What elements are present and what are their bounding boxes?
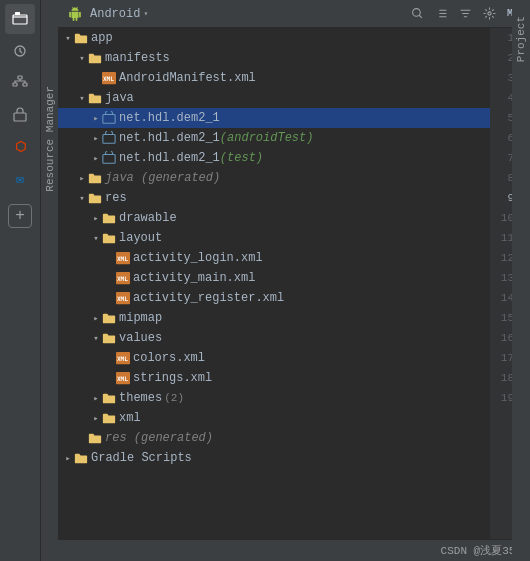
toolbar-android-icon [64,3,86,25]
tree-item-label: AndroidManifest.xml [119,71,256,85]
svg-rect-1 [15,12,20,15]
tree-item-label: drawable [119,211,177,225]
project-tab-label[interactable]: Project [512,10,530,68]
toolbar-list-icon[interactable] [430,3,452,25]
tree-item-strings[interactable]: XMLstrings.xml [58,368,490,388]
folder-icon [102,331,116,345]
tree-item-label: res [105,191,127,205]
folder-icon [102,211,116,225]
project-tab[interactable]: Project [512,0,530,561]
tree-arrow-icon [104,252,116,264]
tree-arrow-icon [76,432,88,444]
tree-item-muted: (androidTest) [220,131,314,145]
tree-item-androidmanifest[interactable]: XMLAndroidManifest.xml [58,68,490,88]
sidebar-icon-changes[interactable] [5,36,35,66]
tree-item-app[interactable]: app [58,28,490,48]
svg-text:XML: XML [103,75,114,82]
tree-item-themes[interactable]: themes (2) [58,388,490,408]
tree-arrow-icon [104,292,116,304]
folder-icon [102,391,116,405]
tree-item-res[interactable]: res [58,188,490,208]
svg-text:XML: XML [117,295,128,302]
folder-icon [102,231,116,245]
tree-arrow-icon [76,92,88,104]
tree-item-label: colors.xml [133,351,205,365]
tree-arrow-icon [90,412,102,424]
tree-item-manifests[interactable]: manifests [58,48,490,68]
tree-arrow-icon [90,212,102,224]
tree-item-label: net.hdl.dem2_1 [119,151,220,165]
tree-item-colors[interactable]: XMLcolors.xml [58,348,490,368]
tree-arrow-icon [104,352,116,364]
sidebar-icon-structure[interactable] [5,68,35,98]
tree-item-net3[interactable]: net.hdl.dem2_1 (test) [58,148,490,168]
tree-item-activity_login[interactable]: XMLactivity_login.xml [58,248,490,268]
tree-item-layout[interactable]: layout [58,228,490,248]
tree-item-drawable[interactable]: drawable [58,208,490,228]
tree-arrow-icon [90,112,102,124]
tree-item-label: values [119,331,162,345]
resource-manager-label[interactable]: Resource Manager [41,80,59,198]
dropdown-arrow-icon: ▾ [143,9,148,18]
tree-item-label: res (generated) [105,431,213,445]
tree-arrow-icon [90,72,102,84]
content-area: appmanifestsXMLAndroidManifest.xmljavane… [58,28,530,539]
svg-rect-6 [14,113,26,121]
package-icon [102,151,116,165]
tree-item-label: activity_login.xml [133,251,263,265]
xml-icon: XML [116,351,130,365]
svg-rect-0 [13,15,27,24]
tree-item-net1[interactable]: net.hdl.dem2_1 [58,108,490,128]
tree-item-mipmap[interactable]: mipmap [58,308,490,328]
tree-item-net2[interactable]: net.hdl.dem2_1 (androidTest) [58,128,490,148]
toolbar-settings-icon[interactable] [478,3,500,25]
file-tree[interactable]: appmanifestsXMLAndroidManifest.xmljavane… [58,28,490,539]
tree-arrow-icon [90,312,102,324]
sidebar-icon-project[interactable] [5,4,35,34]
top-toolbar: Android ▾ [58,0,530,28]
tree-arrow-icon [90,392,102,404]
tree-item-label: activity_register.xml [133,291,284,305]
sidebar-icon-packages[interactable] [5,100,35,130]
tree-item-values[interactable]: values [58,328,490,348]
toolbar-sort-icon[interactable] [454,3,476,25]
sidebar-icon-outlook[interactable]: ✉ [5,164,35,194]
tree-arrow-icon [76,172,88,184]
toolbar-search-icon[interactable] [406,3,428,25]
folder-icon [88,171,102,185]
tree-item-muted: (test) [220,151,263,165]
xml-icon: XML [102,71,116,85]
tree-item-label: Gradle Scripts [91,451,192,465]
tree-arrow-icon [90,332,102,344]
sidebar-icon-ms[interactable]: ⬡ [5,132,35,162]
tree-item-label: java [105,91,134,105]
tree-arrow-icon [90,152,102,164]
tree-item-xml[interactable]: xml [58,408,490,428]
tree-item-label: xml [119,411,141,425]
tree-item-res_gen[interactable]: res (generated) [58,428,490,448]
status-text: CSDN @浅夏351 [441,543,522,558]
sidebar-add-button[interactable]: + [8,204,32,228]
folder-icon [88,51,102,65]
folder-icon [88,91,102,105]
resource-manager-tab[interactable]: Resource Manager [40,0,58,561]
tree-arrow-icon [90,132,102,144]
folder-icon [74,451,88,465]
tree-item-activity_register[interactable]: XMLactivity_register.xml [58,288,490,308]
tree-item-label: themes [119,391,162,405]
tree-arrow-icon [104,372,116,384]
svg-point-8 [487,12,490,15]
folder-icon [88,191,102,205]
tree-item-label: activity_main.xml [133,271,255,285]
tree-item-java[interactable]: java [58,88,490,108]
tree-item-label: java (generated) [105,171,220,185]
svg-point-7 [412,9,420,17]
android-dropdown[interactable]: Android ▾ [90,7,148,21]
tree-arrow-icon [62,32,74,44]
tree-item-java_gen[interactable]: java (generated) [58,168,490,188]
tree-item-gradle[interactable]: Gradle Scripts [58,448,490,468]
tree-item-activity_main[interactable]: XMLactivity_main.xml [58,268,490,288]
svg-text:XML: XML [117,375,128,382]
toolbar-left: Android ▾ [64,3,148,25]
svg-rect-3 [18,76,22,79]
